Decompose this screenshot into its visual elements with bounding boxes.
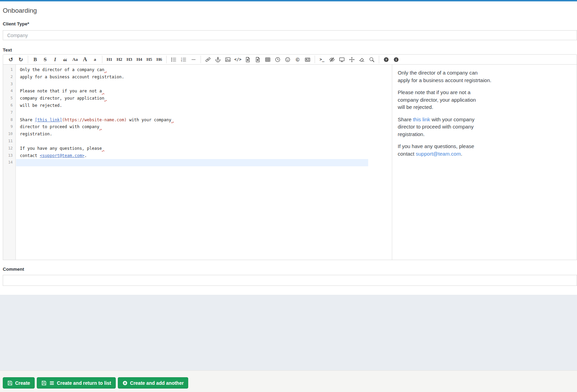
comment-label: Comment xyxy=(3,267,577,272)
comment-input[interactable] xyxy=(3,275,577,286)
heading-6-icon[interactable]: H6 xyxy=(154,55,164,64)
editor-line[interactable]: Only the director of a company can xyxy=(16,66,368,74)
editor-line[interactable]: registration. xyxy=(16,131,368,138)
toolbar-separator xyxy=(315,56,315,63)
terminal-icon[interactable]: >_ xyxy=(317,55,327,64)
toolbar-separator xyxy=(201,56,201,63)
quote-icon[interactable]: “ xyxy=(60,55,70,64)
editor-line[interactable] xyxy=(16,81,368,88)
top-accent-bar xyxy=(0,0,577,1)
eraser-icon[interactable] xyxy=(357,55,367,64)
preview-link[interactable]: this link xyxy=(413,116,430,122)
line-number: 1 xyxy=(3,66,15,74)
list-icon xyxy=(49,380,55,386)
editor-line[interactable]: If you have any questions, please xyxy=(16,145,368,152)
line-number: 14 xyxy=(3,159,15,166)
strikethrough-icon[interactable]: S xyxy=(40,55,50,64)
file-code-icon[interactable] xyxy=(243,55,253,64)
table-icon[interactable] xyxy=(263,55,273,64)
undo-icon[interactable]: ↺ xyxy=(6,55,16,64)
text-label: Text xyxy=(3,47,577,53)
preview-paragraph: If you have any questions, pleasecontact… xyxy=(398,143,570,157)
preview-paragraph: Please note that if you are not acompany… xyxy=(398,89,570,111)
preview-paragraph: Only the director of a company canapply … xyxy=(398,69,570,84)
button-label: Create xyxy=(15,380,30,386)
save-icon xyxy=(41,380,47,386)
editor-line[interactable]: company director, your application xyxy=(16,95,368,102)
card-icon[interactable] xyxy=(303,55,313,64)
editor-line[interactable]: Please note that if you are not a xyxy=(16,88,368,95)
create-and-add-another-button[interactable]: Create and add another xyxy=(118,377,188,389)
line-number: 9 xyxy=(3,123,15,131)
svg-text:i: i xyxy=(396,58,397,61)
markdown-editor: ↺↻BSI“AaAaH1H2H3H4H5H6123</>©>_?i 123456… xyxy=(3,54,577,260)
svg-text:?: ? xyxy=(385,58,387,61)
font-bigger-icon[interactable]: A xyxy=(80,55,90,64)
heading-2-icon[interactable]: H2 xyxy=(114,55,124,64)
monitor-icon[interactable] xyxy=(337,55,347,64)
save-icon xyxy=(7,380,13,386)
clock-icon[interactable] xyxy=(273,55,283,64)
editor-line[interactable]: apply for a business account registrtaio… xyxy=(16,74,368,81)
footer-action-bar: CreateCreate and return to listCreate an… xyxy=(0,370,577,392)
font-size-icon[interactable]: Aa xyxy=(70,55,80,64)
heading-3-icon[interactable]: H3 xyxy=(124,55,134,64)
button-label: Create and add another xyxy=(130,380,184,386)
bold-icon[interactable]: B xyxy=(30,55,40,64)
create-and-return-button[interactable]: Create and return to list xyxy=(37,377,116,389)
font-smaller-icon[interactable]: a xyxy=(90,55,100,64)
create-button[interactable]: Create xyxy=(3,377,35,389)
trailing-space-marker xyxy=(104,67,107,72)
heading-4-icon[interactable]: H4 xyxy=(134,55,144,64)
page-title: Onboarding xyxy=(3,6,577,15)
footer-spacer-panel xyxy=(0,295,577,370)
line-number: 13 xyxy=(3,152,15,159)
copyright-icon[interactable]: © xyxy=(293,55,303,64)
toolbar-separator xyxy=(28,56,28,63)
line-number: 5 xyxy=(3,95,15,102)
editor-line[interactable]: contact <support@team.com>. xyxy=(16,152,368,159)
link-icon[interactable] xyxy=(203,55,213,64)
code-icon[interactable]: </> xyxy=(233,55,243,64)
trailing-space-marker xyxy=(104,96,107,101)
editor-toolbar: ↺↻BSI“AaAaH1H2H3H4H5H6123</>©>_?i xyxy=(3,54,577,65)
toolbar-separator xyxy=(102,56,102,63)
editor-line[interactable]: will be rejected. xyxy=(16,102,368,109)
line-number: 4 xyxy=(3,88,15,95)
heading-1-icon[interactable]: H1 xyxy=(104,55,114,64)
line-number: 6 xyxy=(3,102,15,109)
smiley-icon[interactable] xyxy=(283,55,293,64)
client-type-input[interactable] xyxy=(3,30,577,40)
file-code-2-icon[interactable] xyxy=(253,55,263,64)
editor-line-active[interactable] xyxy=(16,159,368,166)
toolbar-separator xyxy=(379,56,379,63)
horizontal-rule-icon[interactable] xyxy=(189,55,199,64)
line-number-gutter: 1234567891011121314 xyxy=(3,65,16,260)
editor-code-pane[interactable]: Only the director of a company can apply… xyxy=(16,65,368,166)
unordered-list-icon[interactable] xyxy=(169,55,179,64)
trailing-space-marker xyxy=(99,124,102,129)
preview-link[interactable]: support@team.com xyxy=(416,151,461,157)
line-number: 8 xyxy=(3,116,15,124)
button-label: Create and return to list xyxy=(57,380,111,386)
search-icon[interactable] xyxy=(367,55,377,64)
question-circle-icon[interactable]: ? xyxy=(381,55,391,64)
plus-circle-icon xyxy=(122,380,128,386)
fullscreen-icon[interactable] xyxy=(347,55,357,64)
markdown-preview-pane: Only the director of a company canapply … xyxy=(392,65,577,260)
editor-line[interactable]: director to proceed with company xyxy=(16,123,368,131)
anchor-icon[interactable] xyxy=(213,55,223,64)
heading-5-icon[interactable]: H5 xyxy=(144,55,154,64)
info-circle-icon[interactable]: i xyxy=(391,55,401,64)
editor-line[interactable]: Share [this link](https://website-name.c… xyxy=(16,116,368,124)
editor-line[interactable] xyxy=(16,138,368,145)
editor-line[interactable] xyxy=(16,109,368,116)
line-number: 3 xyxy=(3,81,15,88)
ordered-list-icon[interactable]: 123 xyxy=(179,55,189,64)
image-icon[interactable] xyxy=(223,55,233,64)
redo-icon[interactable]: ↻ xyxy=(16,55,26,64)
line-number: 7 xyxy=(3,109,15,116)
eye-slash-icon[interactable] xyxy=(327,55,337,64)
toolbar-separator xyxy=(166,56,167,63)
italic-icon[interactable]: I xyxy=(50,55,60,64)
